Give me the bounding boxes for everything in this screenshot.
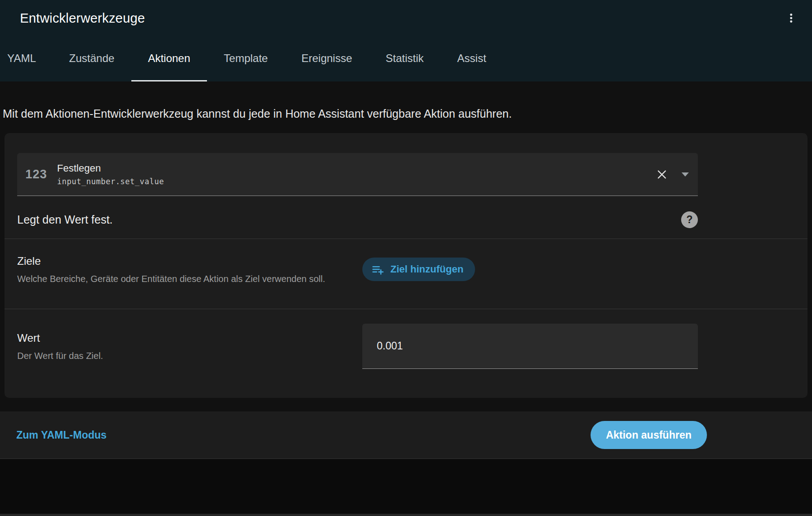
intro-text: Mit dem Aktionen-Entwicklerwerkzeug kann… bbox=[0, 107, 812, 120]
tab-statistik[interactable]: Statistik bbox=[369, 36, 441, 81]
action-description-row: Legt den Wert fest. ? bbox=[17, 210, 698, 229]
tab-template[interactable]: Template bbox=[207, 36, 284, 81]
next-card-edge bbox=[0, 514, 812, 516]
main-content: Mit dem Aktionen-Entwicklerwerkzeug kann… bbox=[0, 81, 812, 516]
targets-labels: Ziele Welche Bereiche, Geräte oder Entit… bbox=[17, 255, 362, 284]
action-service-id: input_number.set_value bbox=[57, 177, 656, 186]
tab-yaml[interactable]: YAML bbox=[0, 36, 53, 81]
tab-assist[interactable]: Assist bbox=[441, 36, 503, 81]
tab-bar: YAML Zustände Aktionen Template Ereignis… bbox=[0, 36, 812, 81]
value-description: Der Wert für das Ziel. bbox=[17, 351, 362, 361]
developer-tools-page: Entwicklerwerkzeuge YAML Zustände Aktion… bbox=[0, 0, 812, 516]
targets-row: Ziele Welche Bereiche, Geräte oder Entit… bbox=[5, 239, 807, 300]
app-header: Entwicklerwerkzeuge bbox=[0, 0, 812, 36]
overflow-menu-button[interactable] bbox=[780, 7, 802, 29]
action-picker-text: Festlegen input_number.set_value bbox=[57, 162, 656, 186]
clear-action-button[interactable] bbox=[656, 168, 668, 181]
tab-aktionen[interactable]: Aktionen bbox=[131, 36, 207, 81]
value-label: Wert bbox=[17, 332, 362, 344]
value-row: Wert Der Wert für das Ziel. bbox=[5, 309, 807, 398]
action-picker-combobox[interactable]: 123 Festlegen input_number.set_value bbox=[17, 153, 698, 196]
add-target-label: Ziel hinzufügen bbox=[390, 263, 463, 275]
tab-zustaende[interactable]: Zustände bbox=[53, 36, 131, 81]
yaml-mode-link[interactable]: Zum YAML-Modus bbox=[16, 429, 106, 441]
action-name: Festlegen bbox=[57, 162, 656, 174]
bottom-spacer bbox=[0, 459, 812, 516]
chevron-down-icon[interactable] bbox=[682, 172, 689, 177]
help-icon[interactable]: ? bbox=[681, 211, 698, 228]
action-description: Legt den Wert fest. bbox=[17, 213, 113, 226]
playlist-plus-icon bbox=[371, 263, 384, 276]
numeric-123-icon: 123 bbox=[25, 167, 47, 182]
action-card: 123 Festlegen input_number.set_value Leg… bbox=[5, 133, 807, 398]
footer-bar: Zum YAML-Modus Aktion ausführen bbox=[0, 411, 812, 459]
kebab-menu-icon bbox=[785, 12, 797, 24]
run-action-button[interactable]: Aktion ausführen bbox=[591, 421, 707, 449]
targets-label: Ziele bbox=[17, 255, 362, 268]
targets-description: Welche Bereiche, Geräte oder Entitäten d… bbox=[17, 274, 362, 284]
tab-ereignisse[interactable]: Ereignisse bbox=[284, 36, 369, 81]
close-icon bbox=[656, 168, 668, 181]
page-title: Entwicklerwerkzeuge bbox=[20, 11, 780, 26]
value-input[interactable] bbox=[362, 324, 698, 368]
add-target-button[interactable]: Ziel hinzufügen bbox=[362, 258, 475, 281]
value-input-field bbox=[362, 324, 698, 369]
value-labels: Wert Der Wert für das Ziel. bbox=[17, 332, 362, 361]
